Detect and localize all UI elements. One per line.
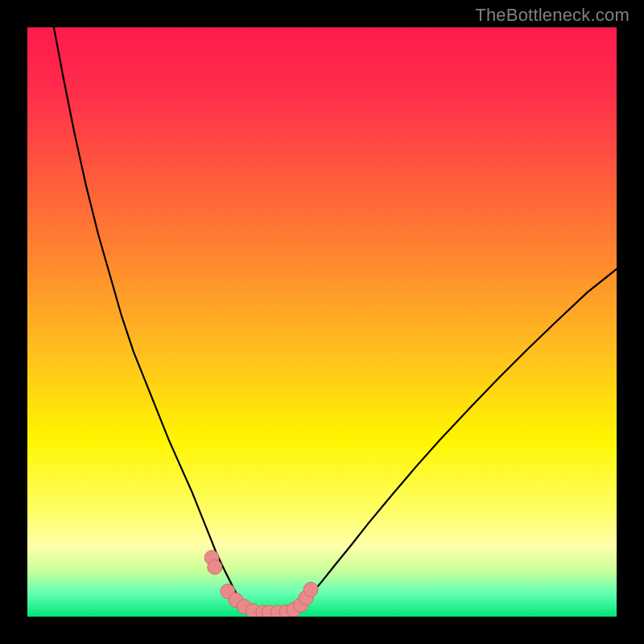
marker-point — [303, 582, 318, 597]
marker-point — [208, 560, 222, 575]
watermark-text: TheBottleneck.com — [475, 5, 630, 26]
chart-frame: TheBottleneck.com — [0, 0, 644, 644]
gradient-background — [27, 27, 617, 617]
plot-area — [27, 27, 617, 617]
bottleneck-chart — [27, 27, 617, 617]
